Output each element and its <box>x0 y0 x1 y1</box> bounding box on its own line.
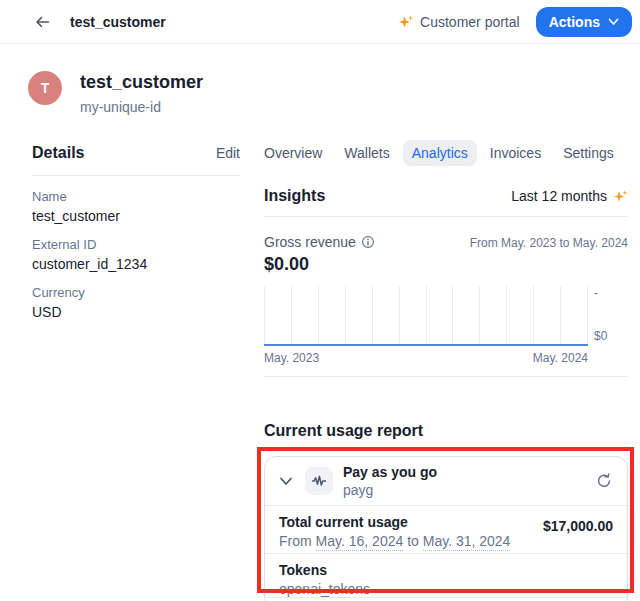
detail-field-currency: Currency USD <box>32 285 240 320</box>
customer-detail-page: test_customer Customer portal Actions T … <box>0 0 640 601</box>
plan-name: Pay as you go <box>343 464 437 480</box>
insights-heading: Insights <box>264 187 325 205</box>
info-icon[interactable] <box>361 235 375 249</box>
details-heading: Details <box>32 144 84 162</box>
usage-period: From May. 16, 2024 to May. 31, 2024 <box>279 533 510 549</box>
usage-item-name: Tokens <box>279 562 613 578</box>
topbar-actions: Customer portal Actions <box>398 7 632 37</box>
chevron-down-icon <box>608 18 619 26</box>
customer-name: test_customer <box>80 72 203 93</box>
gross-revenue-chart: - $0 <box>264 286 628 346</box>
back-arrow-icon <box>34 14 50 30</box>
usage-item-code: openai_tokens <box>279 581 613 597</box>
avatar: T <box>28 71 62 105</box>
sparkle-icon <box>613 189 628 204</box>
tab-analytics[interactable]: Analytics <box>403 140 477 166</box>
edit-details-button[interactable]: Edit <box>216 145 240 161</box>
period-to-date[interactable]: May. 31, 2024 <box>423 533 511 551</box>
y-axis-tick-bottom: $0 <box>594 329 607 343</box>
detail-field-external-id: External ID customer_id_1234 <box>32 237 240 272</box>
usage-report-heading: Current usage report <box>264 422 423 440</box>
details-divider <box>32 175 240 176</box>
chart-divider <box>264 376 628 377</box>
tab-wallets[interactable]: Wallets <box>335 140 398 166</box>
customer-portal-button[interactable]: Customer portal <box>398 14 520 30</box>
details-panel: Details Edit Name test_customer External… <box>32 144 240 320</box>
topbar: test_customer Customer portal Actions <box>0 0 640 44</box>
tab-settings[interactable]: Settings <box>554 140 623 166</box>
chart-zero-line <box>264 344 588 346</box>
plan-pulse-icon <box>305 467 333 495</box>
actions-label: Actions <box>549 14 600 30</box>
refresh-icon <box>595 472 613 490</box>
chevron-down-icon <box>279 477 293 486</box>
customer-portal-label: Customer portal <box>420 14 520 30</box>
total-usage-amount: $17,000.00 <box>543 518 613 534</box>
plan-code: payg <box>343 482 437 498</box>
field-value: test_customer <box>32 208 240 224</box>
chart-gridlines <box>264 286 588 346</box>
refresh-button[interactable] <box>593 470 615 492</box>
y-axis-tick-top: - <box>594 286 598 300</box>
period-to-word: to <box>407 533 419 549</box>
actions-button[interactable]: Actions <box>536 7 632 37</box>
avatar-initial: T <box>41 80 50 96</box>
customer-unique-id: my-unique-id <box>80 99 203 115</box>
gross-revenue-value: $0.00 <box>264 254 628 275</box>
plan-header-row[interactable]: Pay as you go payg <box>265 457 627 506</box>
sparkle-icon <box>398 14 414 30</box>
main-panel: Overview Wallets Analytics Invoices Sett… <box>264 140 628 377</box>
field-label: Name <box>32 189 240 204</box>
chart-period-label: From May. 2023 to May. 2024 <box>470 236 628 250</box>
field-label: External ID <box>32 237 240 252</box>
field-value: USD <box>32 304 240 320</box>
range-label: Last 12 months <box>511 188 607 204</box>
usage-report-card: Pay as you go payg Total current usage F… <box>264 456 628 601</box>
total-usage-row: Total current usage From May. 16, 2024 t… <box>265 506 627 554</box>
x-axis-tick-right: May. 2024 <box>533 351 588 365</box>
period-from-date[interactable]: May. 16, 2024 <box>316 533 404 551</box>
x-axis-labels: May. 2023 May. 2024 <box>264 351 588 365</box>
customer-identity: test_customer my-unique-id <box>80 72 203 115</box>
field-label: Currency <box>32 285 240 300</box>
tab-bar: Overview Wallets Analytics Invoices Sett… <box>255 140 628 166</box>
tab-invoices[interactable]: Invoices <box>481 140 550 166</box>
total-usage-label: Total current usage <box>279 514 510 530</box>
usage-item-row: Tokens openai_tokens <box>265 554 627 598</box>
insights-divider <box>264 216 628 217</box>
tab-overview[interactable]: Overview <box>255 140 331 166</box>
field-value: customer_id_1234 <box>32 256 240 272</box>
x-axis-tick-left: May. 2023 <box>264 351 319 365</box>
detail-field-name: Name test_customer <box>32 189 240 224</box>
date-range-picker[interactable]: Last 12 months <box>511 188 628 204</box>
collapse-toggle-button[interactable] <box>277 475 295 488</box>
gross-revenue-label: Gross revenue <box>264 234 356 250</box>
topbar-title: test_customer <box>70 14 166 30</box>
period-from-word: From <box>279 533 312 549</box>
back-button[interactable] <box>32 12 52 32</box>
